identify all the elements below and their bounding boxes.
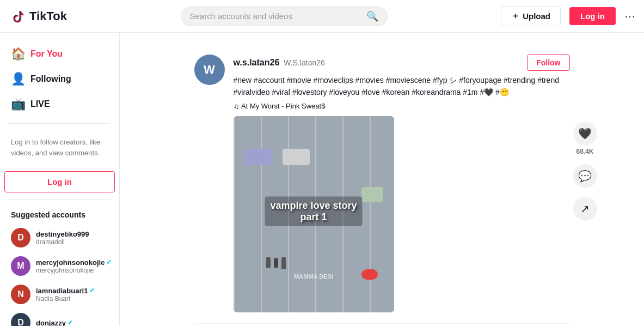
sidebar-label-for-you: For You (30, 49, 63, 59)
acc-display-mercyjohnsonokojie: mercyjohnsonokojie (36, 267, 112, 274)
acc-info-mercyjohnsonokojie: mercyjohnsonokojie ✔ mercyjohnsonokojie (36, 258, 112, 274)
comment-icon: 💬 (573, 164, 597, 188)
following-icon: 👤 (11, 72, 25, 86)
verified-icon-donjazzy: ✔ (68, 319, 73, 326)
video-content: w.s.latan26 W.S.latan26 Follow #new #acc… (234, 55, 570, 312)
author-username[interactable]: w.s.latan26 (234, 58, 280, 68)
music-icon: ♫ (234, 102, 240, 111)
follow-button[interactable]: Follow (527, 55, 569, 71)
logo: TikTok (9, 8, 67, 25)
feed: W w.s.latan26 W.S.latan26 Follow #new #a… (194, 44, 570, 324)
like-button[interactable]: 🖤 68.4K (573, 122, 597, 155)
upload-label: Upload (523, 11, 550, 21)
acc-info-donjazzy: donjazzy ✔ (36, 319, 73, 327)
verified-icon-nadia: ✔ (89, 287, 95, 294)
video-author: w.s.latan26 W.S.latan26 (234, 58, 325, 68)
video-watermark: MAMMA DESI (294, 273, 333, 280)
acc-display-iamnadiabuari1: Nadia Buari (36, 295, 95, 303)
video-description: #new #account #movie #movieclips #movies… (234, 74, 570, 99)
acc-username-destinyetiko999: destinyetiko999 (36, 230, 89, 238)
header: TikTok 🔍 ＋ Upload Log in ⋯ (0, 0, 644, 33)
suggested-account-destinyetiko999[interactable]: D destinyetiko999 dramadoll (4, 224, 115, 252)
avatar-destinyetiko999: D (11, 228, 30, 247)
verified-icon-mercyjohnson: ✔ (106, 258, 112, 266)
acc-info-iamnadiabuari1: iamnadiabuari1 ✔ Nadia Buari (36, 287, 95, 303)
login-button[interactable]: Log in (569, 7, 616, 25)
main-content: W w.s.latan26 W.S.latan26 Follow #new #a… (120, 33, 644, 326)
video-header: w.s.latan26 W.S.latan26 Follow (234, 55, 570, 71)
suggested-account-mercyjohnsonokojie[interactable]: M mercyjohnsonokojie ✔ mercyjohnsonokoji… (4, 252, 115, 280)
search-input[interactable] (190, 11, 362, 21)
creator-avatar-ws-latan26[interactable]: W (194, 55, 225, 85)
share-icon: ↗ (573, 197, 597, 221)
sidebar-login-button[interactable]: Log in (4, 171, 115, 192)
sidebar-divider (9, 123, 111, 124)
acc-display-destinyetiko999: dramadoll (36, 238, 89, 246)
more-options-icon[interactable]: ⋯ (624, 10, 635, 23)
video-overlay-text: vampire love storypart 1 (265, 196, 362, 226)
sidebar-label-live: LIVE (30, 99, 50, 109)
video-music: ♫ At My Worst - Pink Sweat$ (234, 102, 570, 111)
car-1 (244, 149, 272, 165)
main-nav: 🏠 For You 👤 Following 📺 LIVE (4, 41, 115, 117)
acc-username-mercyjohnsonokojie: mercyjohnsonokojie ✔ (36, 258, 112, 267)
search-icon[interactable]: 🔍 (366, 10, 378, 22)
car-2 (283, 149, 310, 165)
live-icon: 📺 (11, 97, 25, 111)
tiktok-logo-icon (9, 8, 26, 25)
video-thumbnail[interactable]: vampire love storypart 1 MAMMA DESI (234, 116, 394, 312)
upload-icon: ＋ (511, 11, 519, 21)
share-button[interactable]: ↗ (573, 197, 597, 221)
car-3 (361, 187, 383, 202)
suggested-accounts-label: Suggested accounts (4, 206, 115, 224)
author-display-name: W.S.latan26 (284, 58, 325, 67)
search-bar[interactable]: 🔍 (181, 7, 388, 26)
sidebar-item-following[interactable]: 👤 Following (4, 67, 115, 92)
motorcycle (361, 269, 378, 280)
sidebar-divider-2 (9, 199, 111, 200)
music-title: At My Worst - Pink Sweat$ (241, 102, 325, 110)
suggested-account-donjazzy[interactable]: D donjazzy ✔ (4, 309, 115, 326)
sidebar-item-live[interactable]: 📺 LIVE (4, 92, 115, 117)
acc-username-iamnadiabuari1: iamnadiabuari1 ✔ (36, 287, 95, 295)
upload-button[interactable]: ＋ Upload (501, 6, 561, 26)
people-silhouettes (266, 257, 286, 269)
home-icon: 🏠 (11, 47, 25, 61)
like-count: 68.4K (576, 148, 593, 155)
page-layout: 🏠 For You 👤 Following 📺 LIVE Log in to f… (0, 0, 644, 326)
sidebar-label-following: Following (30, 74, 71, 84)
logo-text: TikTok (29, 9, 67, 23)
sidebar: 🏠 For You 👤 Following 📺 LIVE Log in to f… (0, 33, 120, 326)
header-right: ＋ Upload Log in ⋯ (501, 6, 635, 26)
comment-button[interactable]: 💬 (573, 164, 597, 188)
avatar-donjazzy: D (11, 313, 30, 326)
acc-info-destinyetiko999: destinyetiko999 dramadoll (36, 230, 89, 246)
suggested-account-iamnadiabuari1[interactable]: N iamnadiabuari1 ✔ Nadia Buari (4, 280, 115, 309)
video-post-1: W w.s.latan26 W.S.latan26 Follow #new #a… (194, 44, 570, 324)
video-thumbnail-area: vampire love storypart 1 MAMMA DESI 🖤 68… (234, 116, 570, 312)
sidebar-item-for-you[interactable]: 🏠 For You (4, 41, 115, 67)
login-prompt-text: Log in to follow creators, like videos, … (4, 130, 115, 165)
acc-username-donjazzy: donjazzy ✔ (36, 319, 73, 327)
like-icon: 🖤 (573, 122, 597, 146)
video-actions: 🖤 68.4K 💬 ↗ (573, 122, 597, 221)
avatar-iamnadiabuari1: N (11, 285, 30, 304)
avatar-mercyjohnsonokojie: M (11, 256, 30, 276)
